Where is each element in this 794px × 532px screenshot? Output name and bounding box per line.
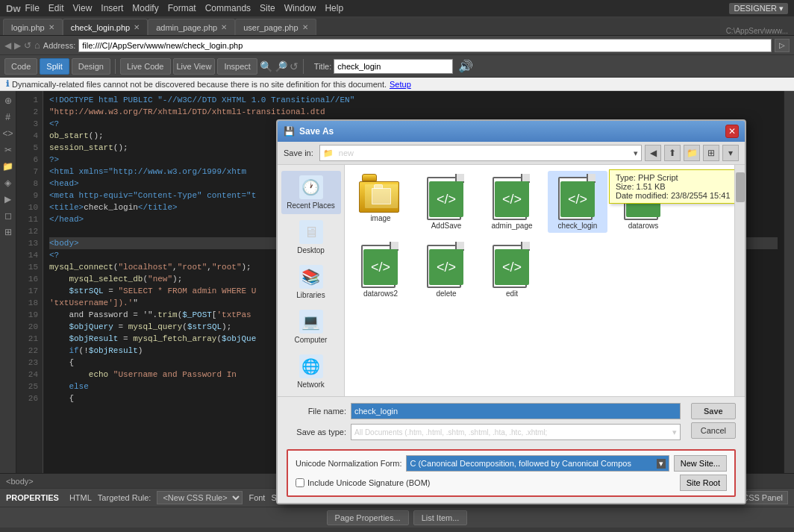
file-item-datarows[interactable]: </> datarows [613, 171, 673, 233]
file-item-datarows2[interactable]: </> datarows2 [351, 239, 410, 301]
nav-up-btn[interactable]: ⬆ [664, 145, 681, 161]
save-as-combo[interactable]: All Documents (.htm, .html, .shtm, .shtm… [351, 424, 681, 440]
site-root-btn[interactable]: Site Root [680, 475, 727, 491]
insert-icon[interactable]: ⊕ [1, 94, 15, 107]
tab-admin-page[interactable]: admin_page.php ✕ [148, 19, 235, 35]
tab-user-page-close[interactable]: ✕ [302, 23, 308, 31]
dialog-body: 🕐 Recent Places 🖥 Desktop 📚 Libraries 💻 … [278, 165, 745, 396]
home-btn[interactable]: ⌂ [34, 40, 40, 51]
inspect-icon[interactable]: 🔍 [260, 60, 272, 72]
tab-user-page[interactable]: user_page.php ✕ [235, 19, 316, 35]
unicode-value: C (Canonical Decomposition, followed by … [410, 459, 631, 468]
file-label-datarows: datarows [628, 222, 659, 230]
nav-libraries[interactable]: 📚 Libraries [281, 260, 341, 304]
font-label: Font [248, 493, 265, 502]
ap-icon[interactable]: ◻ [1, 209, 15, 222]
save-in-combo[interactable]: 📁 new ▾ [319, 145, 642, 161]
nav-new-folder-btn[interactable]: 📁 [684, 145, 700, 161]
file-item-delete[interactable]: </> delete [416, 239, 476, 301]
inspect-btn[interactable]: Inspect [217, 58, 257, 75]
file-item-edit[interactable]: </> edit [482, 239, 542, 301]
go-btn[interactable]: ▷ [775, 39, 790, 52]
line-numbers: 1234567891011121314151617181920212223242… [16, 91, 43, 473]
split-btn[interactable]: Split [40, 58, 69, 75]
file-name-label: File name: [287, 407, 346, 416]
menu-insert[interactable]: Insert [101, 3, 123, 13]
folder-icon-image [359, 174, 402, 213]
php-icon-edit: </> [493, 242, 531, 288]
tab-check-login-close[interactable]: ✕ [134, 23, 140, 31]
menu-window[interactable]: Window [284, 3, 316, 13]
code-line-2: "http://www.w3.org/TR/xhtml1/DTD/xhtml1-… [49, 106, 778, 118]
nav-recent-places[interactable]: 🕐 Recent Places [281, 171, 341, 214]
file-label-edit: edit [506, 290, 518, 298]
back-btn[interactable]: ◀ [4, 40, 11, 51]
bom-checkbox[interactable] [296, 478, 304, 487]
menu-view[interactable]: View [73, 3, 93, 13]
behaviors-icon[interactable]: ▶ [1, 193, 15, 206]
menu-modify[interactable]: Modify [132, 3, 158, 13]
design-btn[interactable]: Design [72, 58, 110, 75]
dialog-title: 💾 Save As [284, 126, 334, 137]
dialog-scrollbar-thumb[interactable] [736, 172, 745, 202]
server-icon[interactable]: ⊞ [1, 225, 15, 239]
refresh-code-icon[interactable]: ↺ [290, 60, 298, 72]
setup-link[interactable]: Setup [390, 80, 411, 89]
php-icon-datarows2: </> [361, 242, 400, 288]
tab-admin-page-close[interactable]: ✕ [221, 23, 227, 31]
file-item-admin-page[interactable]: </> admin_page [482, 171, 542, 233]
unicode-combo[interactable]: C (Canonical Decomposition, followed by … [406, 455, 669, 472]
address-input[interactable] [78, 39, 772, 52]
menu-bar[interactable]: File Edit View Insert Modify Format Comm… [25, 3, 344, 13]
menu-help[interactable]: Help [325, 3, 343, 13]
nav-back-btn[interactable]: ◀ [645, 145, 661, 161]
save-as-dialog: 💾 Save As ✕ Save in: 📁 new ▾ ◀ ⬆ 📁 ⊞ ▾ [276, 119, 746, 504]
dialog-close-btn[interactable]: ✕ [725, 125, 739, 138]
nav-network[interactable]: 🌐 Network [281, 350, 341, 393]
live-code-btn[interactable]: Live Code [120, 58, 171, 75]
nav-view-btn2[interactable]: ▾ [722, 145, 739, 161]
menu-edit[interactable]: Edit [49, 3, 64, 13]
designer-badge[interactable]: DESIGNER ▾ [729, 3, 788, 14]
snippets-icon[interactable]: ✂ [1, 143, 15, 157]
title-bar: Dw File Edit View Insert Modify Format C… [0, 0, 794, 16]
save-btn[interactable]: Save [691, 403, 736, 419]
nav-view-btn[interactable]: ⊞ [703, 145, 719, 161]
targeted-rule-select[interactable]: <New CSS Rule> [157, 491, 243, 504]
browser-btn[interactable]: 🔊 [458, 59, 473, 73]
live-view-btn[interactable]: Live View [173, 58, 216, 75]
menu-commands[interactable]: Commands [205, 3, 251, 13]
refresh-btn[interactable]: ↺ [24, 40, 31, 51]
code-btn[interactable]: Code [4, 58, 37, 75]
title-bar-right: DESIGNER ▾ [729, 3, 788, 14]
code-scrollbar[interactable] [784, 91, 794, 473]
tag-icon[interactable]: <> [1, 127, 15, 140]
html-label: HTML [69, 493, 92, 502]
menu-file[interactable]: File [25, 3, 40, 13]
forward-btn[interactable]: ▶ [14, 40, 21, 51]
css-icon[interactable]: # [1, 110, 15, 124]
tab-login-label: login.php [11, 23, 45, 32]
file-name-input[interactable] [351, 403, 681, 419]
save-as-label: Save as type: [287, 428, 346, 436]
menu-site[interactable]: Site [260, 3, 275, 13]
dialog-left-nav: 🕐 Recent Places 🖥 Desktop 📚 Libraries 💻 … [278, 165, 345, 396]
dialog-scrollbar[interactable] [734, 165, 745, 396]
nav-computer[interactable]: 💻 Computer [281, 305, 341, 348]
file-item-check-login[interactable]: </> check_login Type: PHP Script Size: 1… [548, 171, 607, 233]
cancel-btn[interactable]: Cancel [691, 422, 736, 439]
tab-login[interactable]: login.php ✕ [3, 19, 63, 35]
tab-check-login[interactable]: check_login.php ✕ [63, 19, 149, 35]
files-icon[interactable]: 📁 [1, 160, 15, 173]
inspect-icon2[interactable]: 🔎 [275, 60, 287, 72]
menu-format[interactable]: Format [168, 3, 196, 13]
list-item-btn[interactable]: List Item... [413, 510, 468, 525]
nav-desktop[interactable]: 🖥 Desktop [281, 216, 341, 259]
file-item-image[interactable]: image [351, 171, 410, 233]
new-site-btn[interactable]: New Site... [674, 455, 727, 472]
tab-login-close[interactable]: ✕ [49, 23, 54, 31]
file-item-addsave[interactable]: </> AddSave [416, 171, 476, 233]
title-input[interactable] [334, 59, 453, 74]
assets-icon[interactable]: ◈ [1, 176, 15, 190]
page-properties-btn[interactable]: Page Properties... [327, 510, 409, 525]
